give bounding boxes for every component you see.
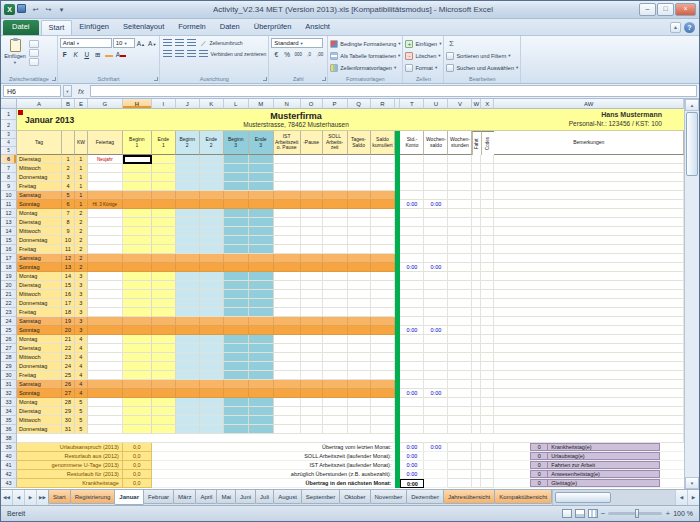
grid-cell[interactable] (472, 452, 481, 461)
cell-time-entry[interactable] (176, 209, 200, 218)
row-header-4[interactable]: 4 (1, 139, 17, 147)
cell-calc[interactable] (301, 335, 323, 344)
cell-time-entry[interactable] (152, 317, 176, 326)
cell-day-number[interactable]: 18 (62, 308, 75, 317)
cell-week-number[interactable]: 3 (75, 317, 88, 326)
row-header-5[interactable]: 5 (1, 147, 17, 155)
sheet-tab-april[interactable]: April (195, 490, 217, 504)
cell-calc[interactable] (371, 182, 396, 191)
cell-fahrt[interactable] (472, 362, 481, 371)
cell-calc[interactable] (371, 245, 396, 254)
cell-week-number[interactable]: 1 (75, 155, 88, 164)
cell-calc[interactable] (301, 398, 323, 407)
ribbon-tab-start[interactable]: Start (41, 20, 73, 35)
cell-time-entry[interactable] (224, 407, 249, 416)
cell-std-konto[interactable] (400, 236, 424, 245)
ribbon-tab-einfugen[interactable]: Einfügen (72, 20, 116, 35)
cell-bemerkungen[interactable] (494, 308, 684, 317)
row-header-17[interactable]: 17 (1, 254, 17, 263)
summary-center-value[interactable]: 0:00 (400, 479, 424, 488)
cell-wochensaldo[interactable] (424, 191, 448, 200)
cell-holiday[interactable] (88, 326, 123, 335)
cell-codes[interactable] (481, 245, 494, 254)
cell-wochensaldo[interactable] (424, 407, 448, 416)
cell-week-number[interactable]: 5 (75, 398, 88, 407)
sheet-tab-november[interactable]: November (370, 490, 408, 504)
cell-calc[interactable] (301, 371, 323, 380)
cell-calc[interactable] (348, 191, 371, 200)
wrap-text-label[interactable]: Zeilenumbruch (209, 40, 242, 46)
cell-fahrt[interactable] (472, 209, 481, 218)
cell-time-entry[interactable] (152, 263, 176, 272)
cell-week-number[interactable]: 5 (75, 425, 88, 434)
cell-codes[interactable] (481, 200, 494, 209)
cell-fahrt[interactable] (472, 308, 481, 317)
cell-calc[interactable] (323, 317, 348, 326)
cell-week-number[interactable]: 4 (75, 371, 88, 380)
cell-day-number[interactable]: 25 (62, 371, 75, 380)
cell-day-number[interactable]: 16 (62, 290, 75, 299)
cell-time-entry[interactable] (200, 182, 224, 191)
cell-calc[interactable] (323, 263, 348, 272)
cell-holiday[interactable] (88, 299, 123, 308)
cell-holiday[interactable] (88, 371, 123, 380)
summary-left-label[interactable]: Krankheitstage (17, 479, 123, 488)
cell-wochensaldo[interactable] (424, 380, 448, 389)
cell-codes[interactable] (481, 335, 494, 344)
cell-time-entry[interactable] (123, 281, 152, 290)
header-p[interactable]: SOLL Arbeits- zeit (323, 131, 348, 155)
conditional-formatting-button[interactable]: Bedingte Formatierung▾ (330, 38, 400, 49)
cell-time-entry[interactable] (200, 380, 224, 389)
cell-calc[interactable] (323, 344, 348, 353)
cell-calc[interactable] (323, 308, 348, 317)
summary-left-label[interactable]: Urlaubsanspruch (2013) (17, 443, 123, 452)
cell-std-konto[interactable] (400, 272, 424, 281)
cell-day-number[interactable]: 27 (62, 389, 75, 398)
cell-calc[interactable] (301, 155, 323, 164)
cell-calc[interactable] (323, 182, 348, 191)
undo-button[interactable]: ↩ (30, 4, 41, 15)
vertical-scroll-thumb[interactable] (686, 112, 698, 176)
cell-time-entry[interactable] (249, 299, 274, 308)
cell-day-number[interactable]: 11 (62, 245, 75, 254)
cell-calc[interactable] (323, 236, 348, 245)
cell-time-entry[interactable] (249, 272, 274, 281)
cell-fahrt[interactable] (472, 416, 481, 425)
align-middle-icon[interactable] (174, 38, 185, 48)
cell-day-number[interactable]: 8 (62, 218, 75, 227)
grid-cell[interactable] (400, 434, 684, 443)
cell-day-number[interactable]: 6 (62, 200, 75, 209)
column-header-r[interactable]: R (371, 99, 396, 109)
cell-std-konto[interactable] (400, 362, 424, 371)
find-select-button[interactable]: Suchen und Auswählen▾ (446, 62, 518, 73)
cell-calc[interactable] (301, 308, 323, 317)
column-header-h[interactable]: H (123, 99, 152, 109)
summary-center-value-2[interactable] (424, 461, 448, 470)
cell-codes[interactable] (481, 272, 494, 281)
cell-wochensaldo[interactable]: 0:00 (424, 200, 448, 209)
cell-time-entry[interactable] (123, 245, 152, 254)
row-header-18[interactable]: 18 (1, 263, 17, 272)
cell-time-entry[interactable] (224, 425, 249, 434)
cell-bemerkungen[interactable] (494, 254, 684, 263)
cell-calc[interactable] (274, 362, 301, 371)
format-cells-button[interactable]: Format▾ (405, 62, 441, 73)
cell-calc[interactable] (371, 236, 396, 245)
autosum-button[interactable]: Σ (446, 38, 518, 49)
italic-button[interactable]: K (71, 49, 81, 59)
cut-button[interactable] (29, 40, 39, 48)
cell-day-number[interactable]: 29 (62, 407, 75, 416)
cell-calc[interactable] (323, 227, 348, 236)
cell-day-name[interactable]: Sonntag (17, 389, 62, 398)
cell-time-entry[interactable] (176, 236, 200, 245)
cell-day-number[interactable]: 9 (62, 227, 75, 236)
cell-bemerkungen[interactable] (494, 200, 684, 209)
cell-time-entry[interactable] (152, 191, 176, 200)
cell-calc[interactable] (323, 416, 348, 425)
cell-time-entry[interactable] (176, 398, 200, 407)
cell-calc[interactable] (274, 308, 301, 317)
cell-time-entry[interactable] (224, 344, 249, 353)
cell-day-name[interactable]: Donnerstag (17, 425, 62, 434)
cell-time-entry[interactable] (200, 398, 224, 407)
cell-codes[interactable] (481, 416, 494, 425)
